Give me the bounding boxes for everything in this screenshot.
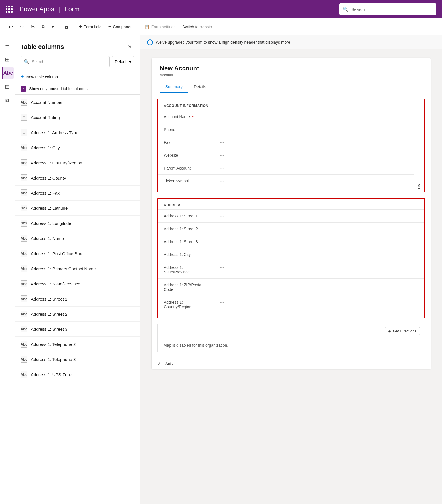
fax-label: Fax [158,136,215,149]
main-content: i We've upgraded your form to show a hig… [140,35,442,504]
nav-form-button[interactable]: Abc [2,67,14,79]
section-header-row: ACCOUNT INFORMATION Account Name * --- [158,99,424,192]
add-component-button[interactable]: + Component [106,22,137,31]
fax-value[interactable]: --- [215,136,414,149]
show-unused-checkbox-row[interactable]: Show only unused table columns [15,83,140,95]
app-title: Power Apps | Form [19,5,80,13]
list-item[interactable]: Abc Address 1: Street 3 [15,322,140,337]
get-directions-button[interactable]: ◈ Get Directions [385,327,420,335]
col-type-icon: Abc [21,159,27,166]
website-value[interactable]: --- [215,149,414,162]
map-toolbar: ◈ Get Directions [158,324,425,338]
copy-nav-icon: ⧉ [5,97,9,104]
list-item[interactable]: Abc Address 1: UPS Zone [15,367,140,382]
panel-close-button[interactable]: ✕ [125,42,134,51]
list-item[interactable]: Abc Address 1: Primary Contact Name [15,261,140,276]
list-item[interactable]: Abc Address 1: State/Province [15,276,140,291]
panel-dropdown[interactable]: Default ▾ [112,56,134,67]
grid-icon[interactable] [6,6,13,13]
state-value[interactable]: --- [215,261,424,278]
switch-classic-button[interactable]: Switch to classic [179,23,214,31]
nav-copy-button[interactable]: ⧉ [2,95,13,106]
list-item[interactable]: Abc Address 1: County [15,170,140,186]
street2-value[interactable]: --- [215,223,424,235]
add-form-field-button[interactable]: + Form field [76,22,104,31]
list-item[interactable]: □ Account Rating [15,110,140,125]
account-name-value[interactable]: --- [215,110,414,123]
city-value[interactable]: --- [215,248,424,261]
nav-squares-button[interactable]: ⊞ [2,54,13,65]
ticker-value[interactable]: --- [215,175,414,187]
map-content: Map is disabled for this organization. [158,338,425,352]
col-label: Address 1: Address Type [31,130,78,135]
list-item[interactable]: Abc Address 1: Name [15,231,140,246]
address-section-title: ADDRESS [158,199,424,209]
panel-search-box[interactable]: 🔍 [21,56,110,67]
list-item[interactable]: □ Address 1: Address Type [15,125,140,140]
col-label: Address 1: Name [31,236,64,241]
form-row-street1: Address 1: Street 1 --- [158,209,424,222]
street3-value[interactable]: --- [215,235,424,248]
col-label: Address 1: Primary Contact Name [31,266,96,271]
search-bar[interactable]: 🔍 [339,3,436,15]
list-item[interactable]: Abc Address 1: Fax [15,186,140,201]
street1-value[interactable]: --- [215,210,424,222]
form-settings-icon: 📋 [144,24,150,29]
list-item[interactable]: 123 Address 1: Longitude [15,216,140,231]
delete-button[interactable]: 🗑 [62,23,71,31]
panel-search-input[interactable] [32,59,106,64]
zip-value[interactable]: --- [215,279,424,296]
list-item[interactable]: Abc Address 1: Telephone 3 [15,352,140,367]
squares-icon: ⊞ [5,56,10,63]
state-label: Address 1: State/Province [158,261,215,278]
col-label: Address 1: Street 2 [31,312,67,316]
trash-icon: 🗑 [64,25,68,29]
tab-details[interactable]: Details [188,82,212,93]
col-label: Address 1: Latitude [31,206,68,211]
col-type-icon: Abc [21,311,27,317]
form-footer: ⤢ Active [152,358,431,369]
form-settings-button[interactable]: 📋 Form settings [141,23,179,31]
address-section: ADDRESS Address 1: Street 1 --- Address … [157,198,425,318]
list-item[interactable]: Abc Address 1: Post Office Box [15,246,140,261]
search-icon: 🔍 [343,7,348,12]
status-badge: Active [165,362,175,366]
expand-icon[interactable]: ⤢ [157,361,161,366]
redo-button[interactable]: ↪ [17,22,27,32]
tab-summary[interactable]: Summary [160,82,188,93]
search-input[interactable] [351,7,433,12]
country-value[interactable]: --- [215,296,424,313]
list-item[interactable]: Abc Address 1: Country/Region [15,155,140,170]
panel-search-row: 🔍 Default ▾ [15,56,140,71]
col-type-icon: 123 [21,220,27,227]
col-label: Address 1: City [31,145,60,150]
time-section-label: Tim [414,99,424,192]
list-item[interactable]: Abc Address 1: City [15,140,140,155]
copy-button[interactable]: ⧉ [39,23,48,31]
new-table-column-button[interactable]: + New table column [15,71,140,83]
show-unused-checkbox[interactable] [21,86,26,92]
form-row-fax: Fax --- [158,136,414,149]
chevron-down-icon: ▾ [52,25,54,29]
col-label: Account Number [31,100,63,105]
parent-account-value[interactable]: --- [215,162,414,174]
col-type-icon: Abc [21,371,27,378]
list-item[interactable]: Abc Address 1: Telephone 2 [15,337,140,352]
list-item[interactable]: Abc Address 1: Street 1 [15,291,140,307]
nav-layers-button[interactable]: ⊟ [2,81,13,92]
phone-value[interactable]: --- [215,123,414,136]
col-type-icon: □ [21,114,27,121]
dropdown-button[interactable]: ▾ [49,23,57,31]
cut-button[interactable]: ✂ [28,22,38,32]
checkbox-label: Show only unused table columns [29,86,88,91]
col-label: Address 1: Street 3 [31,327,67,332]
col-label: Address 1: Telephone 3 [31,357,76,362]
col-type-icon: Abc [21,235,27,242]
undo-button[interactable]: ↩ [6,22,16,32]
list-item[interactable]: Abc Account Number [15,95,140,110]
nav-menu-button[interactable]: ☰ [2,40,13,51]
col-type-icon: Abc [21,250,27,257]
list-item[interactable]: 123 Address 1: Latitude [15,201,140,216]
col-label: Account Rating [31,115,60,120]
list-item[interactable]: Abc Address 1: Street 2 [15,307,140,322]
